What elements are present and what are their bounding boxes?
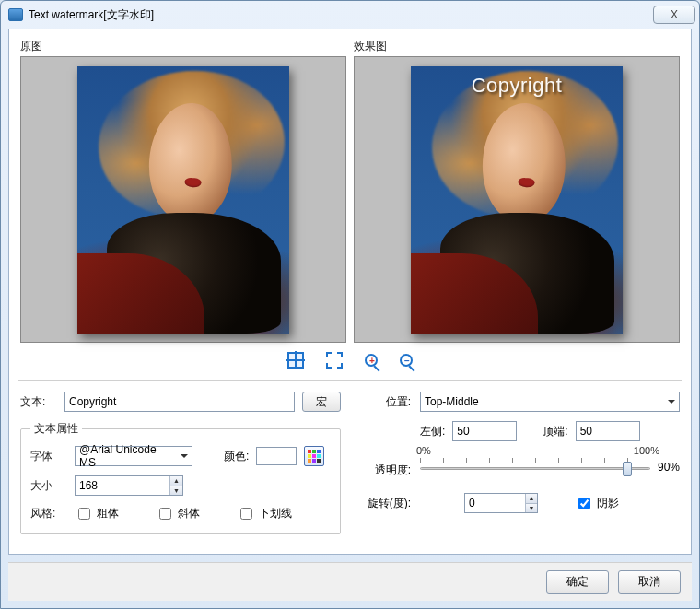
fit-window-icon[interactable]: [287, 352, 304, 369]
left-settings-column: 文本: 宏 文本属性 字体 @Arial Unicode MS 颜色:: [20, 392, 341, 534]
size-input[interactable]: [76, 476, 169, 495]
size-spin-up[interactable]: ▲: [170, 476, 182, 486]
shadow-input[interactable]: [578, 498, 590, 509]
client-area: 原图 效果图: [8, 29, 692, 555]
underline-label: 下划线: [259, 506, 292, 521]
window-title: Text watermark[文字水印]: [29, 7, 653, 23]
zoom-in-icon[interactable]: +: [365, 354, 378, 367]
left-offset-input[interactable]: [452, 421, 517, 441]
actual-size-icon[interactable]: [326, 352, 343, 369]
position-combo-value: Top-Middle: [425, 395, 479, 408]
close-button[interactable]: X: [653, 6, 695, 24]
opacity-row: 透明度: 0% 100% 90%: [359, 456, 680, 478]
text-label: 文本:: [20, 394, 57, 410]
dialog-window: Text watermark[文字水印] X 原图 效果图: [0, 0, 700, 609]
text-properties-legend: 文本属性: [30, 421, 82, 437]
result-label: 效果图: [354, 39, 680, 54]
color-swatch[interactable]: [256, 447, 297, 465]
top-offset-input[interactable]: [576, 421, 640, 441]
underline-input[interactable]: [240, 508, 252, 520]
macro-button[interactable]: 宏: [302, 392, 341, 412]
position-label: 位置:: [359, 394, 413, 410]
palette-icon: [308, 450, 321, 463]
rotation-spin-down[interactable]: ▼: [526, 504, 537, 513]
size-label: 大小: [30, 478, 67, 494]
settings-area: 文本: 宏 文本属性 字体 @Arial Unicode MS 颜色:: [20, 386, 680, 534]
font-combo[interactable]: @Arial Unicode MS: [75, 446, 192, 466]
left-offset-label: 左侧:: [420, 424, 445, 439]
underline-checkbox[interactable]: 下划线: [237, 505, 292, 522]
opacity-max-label: 100%: [634, 445, 659, 456]
position-combo[interactable]: Top-Middle: [420, 392, 680, 412]
rotation-row: 旋转(度): ▲ ▼ 阴影: [359, 493, 680, 513]
position-row: 位置: Top-Middle: [359, 392, 680, 412]
italic-label: 斜体: [178, 506, 200, 521]
app-icon: [8, 8, 23, 21]
opacity-min-label: 0%: [416, 445, 431, 456]
opacity-value: 90%: [658, 461, 680, 474]
divider: [18, 380, 682, 381]
result-image: Copyright: [411, 66, 623, 334]
bold-label: 粗体: [97, 506, 119, 521]
original-label: 原图: [20, 39, 346, 54]
color-label: 颜色:: [224, 449, 249, 464]
ok-button[interactable]: 确定: [546, 570, 609, 594]
preview-row: 原图 效果图: [20, 39, 680, 343]
cancel-button[interactable]: 取消: [618, 570, 681, 594]
watermark-text-input[interactable]: [64, 392, 295, 412]
original-image: [77, 66, 289, 334]
font-label: 字体: [30, 449, 67, 464]
right-settings-column: 位置: Top-Middle 左侧: 顶端: 透明度:: [359, 392, 680, 534]
shadow-label: 阴影: [597, 496, 619, 511]
shadow-checkbox[interactable]: 阴影: [575, 495, 619, 512]
titlebar: Text watermark[文字水印] X: [1, 1, 699, 29]
text-row: 文本: 宏: [20, 392, 341, 412]
opacity-slider-thumb[interactable]: [623, 462, 632, 476]
rotation-label: 旋转(度):: [359, 496, 413, 511]
result-column: 效果图 Copyright: [354, 39, 680, 343]
italic-checkbox[interactable]: 斜体: [156, 505, 200, 522]
size-spin-down[interactable]: ▼: [170, 486, 182, 496]
bold-input[interactable]: [78, 508, 90, 520]
color-picker-button[interactable]: [304, 446, 324, 466]
font-combo-value: @Arial Unicode MS: [79, 443, 175, 469]
zoom-toolbar: + −: [20, 346, 680, 374]
result-preview[interactable]: Copyright: [354, 56, 680, 343]
italic-input[interactable]: [159, 508, 171, 520]
zoom-out-icon[interactable]: −: [400, 354, 413, 367]
top-offset-label: 顶端:: [542, 424, 567, 439]
style-label: 风格:: [30, 506, 67, 521]
original-preview[interactable]: [20, 56, 346, 343]
opacity-slider[interactable]: 0% 100%: [420, 456, 650, 478]
opacity-label: 透明度:: [359, 463, 413, 478]
dialog-footer: 确定 取消: [8, 562, 692, 601]
rotation-input[interactable]: [465, 494, 525, 512]
size-spinner[interactable]: ▲ ▼: [75, 475, 183, 496]
rotation-spinner[interactable]: ▲ ▼: [464, 493, 538, 513]
rotation-spin-up[interactable]: ▲: [526, 494, 537, 504]
bold-checkbox[interactable]: 粗体: [75, 505, 119, 522]
original-column: 原图: [20, 39, 346, 343]
offset-row: 左侧: 顶端:: [359, 421, 680, 441]
text-properties-group: 文本属性 字体 @Arial Unicode MS 颜色:: [20, 421, 341, 534]
